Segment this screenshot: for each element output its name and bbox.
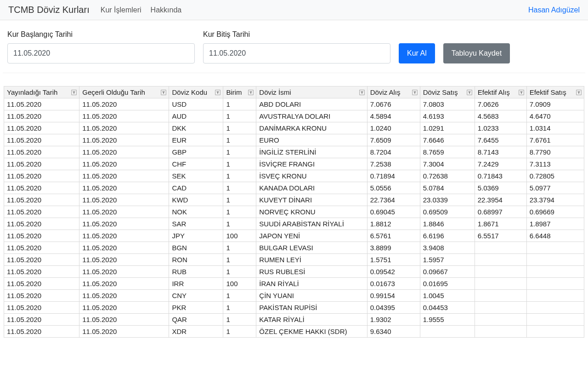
filter-start-group: Kur Başlangıç Tarihi bbox=[7, 30, 195, 63]
cell-valid: 11.05.2020 bbox=[79, 254, 169, 266]
table-row[interactable]: 11.05.202011.05.2020KWD1KUVEYT DİNARI22.… bbox=[4, 194, 584, 206]
cell-fs: 1.0045 bbox=[420, 290, 475, 302]
column-header[interactable]: Döviz İsmi bbox=[256, 86, 367, 98]
table-row[interactable]: 11.05.202011.05.2020CNY1ÇİN YUANI0.99154… bbox=[4, 290, 584, 302]
cell-code: SAR bbox=[169, 218, 223, 230]
cell-pub: 11.05.2020 bbox=[4, 110, 79, 122]
cell-pub: 11.05.2020 bbox=[4, 242, 79, 254]
save-table-button[interactable]: Tabloyu Kaydet bbox=[443, 43, 510, 63]
column-header-label: Efektif Satış bbox=[530, 88, 566, 96]
table-row[interactable]: 11.05.202011.05.2020RON1RUMEN LEYİ1.5751… bbox=[4, 254, 584, 266]
cell-fb: 5.0556 bbox=[367, 182, 420, 194]
cell-unit: 1 bbox=[223, 290, 256, 302]
cell-pub: 11.05.2020 bbox=[4, 278, 79, 290]
cell-name: ÖZEL ÇEKME HAKKI (SDR) bbox=[256, 326, 367, 338]
table-row[interactable]: 11.05.202011.05.2020IRR100İRAN RİYALİ0.0… bbox=[4, 278, 584, 290]
table-row[interactable]: 11.05.202011.05.2020CAD1KANADA DOLARI5.0… bbox=[4, 182, 584, 194]
cell-fb: 1.8812 bbox=[367, 218, 420, 230]
cell-unit: 1 bbox=[223, 194, 256, 206]
column-header[interactable]: Döviz Satış bbox=[420, 86, 475, 98]
column-header[interactable]: Birim bbox=[223, 86, 256, 98]
cell-name: İRAN RİYALİ bbox=[256, 278, 367, 290]
table-row[interactable]: 11.05.202011.05.2020AUD1AVUSTRALYA DOLAR… bbox=[4, 110, 584, 122]
cell-eb: 1.8671 bbox=[475, 218, 526, 230]
cell-eb: 5.0369 bbox=[475, 182, 526, 194]
column-header[interactable]: Döviz Alış bbox=[367, 86, 420, 98]
cell-unit: 1 bbox=[223, 182, 256, 194]
table-row[interactable]: 11.05.202011.05.2020GBP1İNGİLİZ STERLİNİ… bbox=[4, 146, 584, 158]
table-row[interactable]: 11.05.202011.05.2020CHF1İSVİÇRE FRANGI7.… bbox=[4, 158, 584, 170]
filter-icon[interactable] bbox=[359, 89, 365, 96]
cell-fs: 0.01695 bbox=[420, 278, 475, 290]
cell-code: RUB bbox=[169, 266, 223, 278]
table-row[interactable]: 11.05.202011.05.2020NOK1NORVEÇ KRONU0.69… bbox=[4, 206, 584, 218]
cell-fs: 5.0784 bbox=[420, 182, 475, 194]
filter-icon[interactable] bbox=[160, 89, 167, 96]
cell-code: KWD bbox=[169, 194, 223, 206]
cell-eb bbox=[475, 290, 526, 302]
cell-code: DKK bbox=[169, 122, 223, 134]
table-row[interactable]: 11.05.202011.05.2020XDR1ÖZEL ÇEKME HAKKI… bbox=[4, 326, 584, 338]
fetch-rates-button[interactable]: Kur Al bbox=[399, 43, 435, 63]
cell-eb bbox=[475, 254, 526, 266]
table-row[interactable]: 11.05.202011.05.2020SAR1SUUDİ ARABİSTAN … bbox=[4, 218, 584, 230]
table-row[interactable]: 11.05.202011.05.2020QAR1KATAR RİYALİ1.93… bbox=[4, 314, 584, 326]
column-header[interactable]: Efektif Satış bbox=[526, 86, 584, 98]
nav-link-about[interactable]: Hakkında bbox=[151, 6, 182, 14]
cell-es: 0.69669 bbox=[526, 206, 584, 218]
filter-icon[interactable] bbox=[71, 89, 77, 96]
column-header[interactable]: Geçerli Olduğu Tarih bbox=[79, 86, 169, 98]
cell-es bbox=[526, 254, 584, 266]
filter-end-group: Kur Bitiş Tarihi bbox=[203, 30, 390, 63]
cell-fs: 6.6196 bbox=[420, 230, 475, 242]
filter-icon[interactable] bbox=[518, 89, 525, 96]
start-date-label: Kur Başlangıç Tarihi bbox=[7, 30, 195, 39]
table-row[interactable]: 11.05.202011.05.2020EUR1EURO7.65097.6646… bbox=[4, 134, 584, 146]
cell-valid: 11.05.2020 bbox=[79, 170, 169, 182]
column-header-label: Döviz Alış bbox=[370, 88, 401, 96]
table-row[interactable]: 11.05.202011.05.2020SEK1İSVEÇ KRONU0.718… bbox=[4, 170, 584, 182]
cell-code: NOK bbox=[169, 206, 223, 218]
filter-icon[interactable] bbox=[412, 89, 418, 96]
filter-icon[interactable] bbox=[215, 89, 221, 96]
table-row[interactable]: 11.05.202011.05.2020BGN1BULGAR LEVASI3.8… bbox=[4, 242, 584, 254]
column-header[interactable]: Döviz Kodu bbox=[169, 86, 223, 98]
start-date-input[interactable] bbox=[7, 43, 195, 63]
cell-eb bbox=[475, 302, 526, 314]
cell-fs: 1.0291 bbox=[420, 122, 475, 134]
table-row[interactable]: 11.05.202011.05.2020RUB1RUS RUBLESİ0.095… bbox=[4, 266, 584, 278]
nav-user[interactable]: Hasan Adıgüzel bbox=[528, 6, 580, 14]
cell-name: JAPON YENİ bbox=[256, 230, 367, 242]
filter-icon[interactable] bbox=[576, 89, 582, 96]
filter-icon[interactable] bbox=[248, 89, 254, 96]
cell-es: 1.0314 bbox=[526, 122, 584, 134]
cell-es: 5.0977 bbox=[526, 182, 584, 194]
end-date-input[interactable] bbox=[203, 43, 390, 63]
cell-name: RUS RUBLESİ bbox=[256, 266, 367, 278]
filter-icon[interactable] bbox=[466, 89, 473, 96]
table-row[interactable]: 11.05.202011.05.2020USD1ABD DOLARI7.0676… bbox=[4, 98, 584, 110]
column-header[interactable]: Efektif Alış bbox=[475, 86, 526, 98]
cell-unit: 1 bbox=[223, 266, 256, 278]
cell-eb bbox=[475, 314, 526, 326]
cell-name: ABD DOLARI bbox=[256, 98, 367, 110]
cell-pub: 11.05.2020 bbox=[4, 98, 79, 110]
cell-eb: 6.5517 bbox=[475, 230, 526, 242]
table-header-row: Yayınladığı TarihGeçerli Olduğu TarihDöv… bbox=[4, 86, 584, 98]
column-header-label: Birim bbox=[226, 88, 242, 96]
nav-link-operations[interactable]: Kur İşlemleri bbox=[101, 6, 141, 14]
cell-unit: 1 bbox=[223, 314, 256, 326]
cell-valid: 11.05.2020 bbox=[79, 134, 169, 146]
table-row[interactable]: 11.05.202011.05.2020JPY100JAPON YENİ6.57… bbox=[4, 230, 584, 242]
cell-unit: 1 bbox=[223, 122, 256, 134]
table-row[interactable]: 11.05.202011.05.2020PKR1PAKİSTAN RUPİSİ0… bbox=[4, 302, 584, 314]
column-header[interactable]: Yayınladığı Tarih bbox=[4, 86, 79, 98]
cell-es bbox=[526, 242, 584, 254]
cell-fs bbox=[420, 326, 475, 338]
table-row[interactable]: 11.05.202011.05.2020DKK1DANİMARKA KRONU1… bbox=[4, 122, 584, 134]
cell-es: 7.0909 bbox=[526, 98, 584, 110]
navbar-brand[interactable]: TCMB Döviz Kurları bbox=[8, 5, 90, 15]
cell-fb: 1.5751 bbox=[367, 254, 420, 266]
cell-code: RON bbox=[169, 254, 223, 266]
cell-valid: 11.05.2020 bbox=[79, 98, 169, 110]
